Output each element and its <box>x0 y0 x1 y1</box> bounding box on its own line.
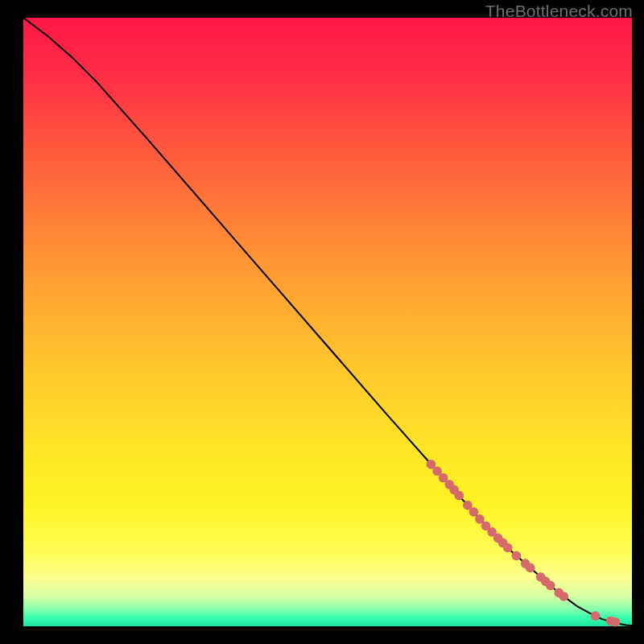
data-marker <box>546 581 555 591</box>
plot-area <box>23 18 632 626</box>
data-marker <box>559 592 569 601</box>
data-marker <box>469 507 479 517</box>
bottleneck-curve <box>23 18 632 625</box>
chart-frame: TheBottleneck.com <box>0 0 644 644</box>
data-marker <box>454 491 464 501</box>
marker-group <box>427 460 621 626</box>
data-marker <box>503 543 513 553</box>
data-marker <box>611 617 621 627</box>
data-marker <box>512 551 522 560</box>
data-marker <box>591 611 601 621</box>
chart-svg <box>23 18 632 626</box>
data-marker <box>526 564 535 573</box>
